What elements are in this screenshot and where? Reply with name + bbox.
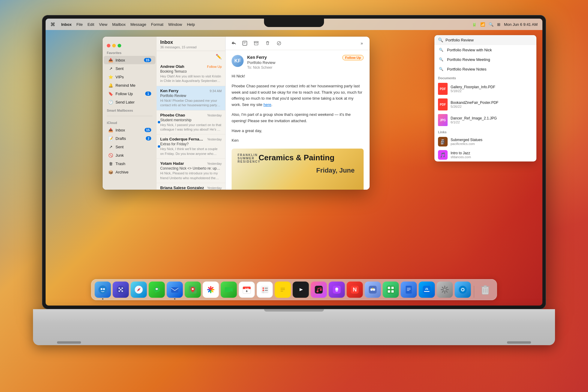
sidebar-icloud-junk[interactable]: 🚫 Junk bbox=[104, 151, 155, 159]
sidebar-icloud-trash[interactable]: 🗑 Trash bbox=[104, 159, 155, 168]
menu-format[interactable]: Format bbox=[151, 22, 164, 27]
control-center-icon[interactable]: ⊞ bbox=[497, 22, 500, 27]
dock-app-notes[interactable] bbox=[275, 282, 291, 298]
dock-app-photos[interactable] bbox=[203, 282, 219, 298]
dock-app-reminders[interactable] bbox=[257, 282, 273, 298]
mail-list: Inbox 36 messages, 15 unread ✏️ Andrew O… bbox=[157, 37, 226, 190]
svg-point-38 bbox=[262, 290, 264, 291]
mail-item-andrew[interactable]: Andrew Olah Follow Up Booking Temuco Hey… bbox=[157, 62, 225, 86]
dock-app-maps[interactable] bbox=[185, 282, 201, 298]
sidebar-icloud-sent-label: Sent bbox=[116, 145, 151, 149]
suggestion-text-2: Portfolio Review Meeting bbox=[447, 57, 533, 62]
compose-detail-icon[interactable] bbox=[241, 39, 249, 47]
menu-app-name[interactable]: Inbox bbox=[61, 22, 72, 27]
more-icon[interactable]: » bbox=[358, 39, 366, 47]
search-doc-3[interactable]: JPG Dancer_Ref_Image_2.1.JPG 6/1/22 bbox=[434, 112, 536, 128]
doc-name-3: Dancer_Ref_Image_2.1.JPG bbox=[451, 116, 533, 120]
sidebar-icloud-sent[interactable]: ↗ Sent bbox=[104, 143, 155, 151]
search-doc-1[interactable]: PDF Gallery_Floorplan_Info.PDF 5/18/22 bbox=[434, 81, 536, 97]
dock-app-sysprefs[interactable] bbox=[437, 282, 453, 298]
svg-point-17 bbox=[122, 288, 123, 289]
send-later-icon: 🕐 bbox=[108, 99, 113, 105]
mail-list-header: Inbox 36 messages, 15 unread bbox=[157, 37, 225, 51]
mail-sender-ken: Ken Ferry bbox=[160, 89, 208, 93]
sidebar-item-vips[interactable]: ⭐ VIPs bbox=[104, 73, 155, 81]
sidebar-item-sent-favorites[interactable]: ↗ Sent bbox=[104, 64, 155, 73]
sidebar-icloud-archive[interactable]: 📦 Archive bbox=[104, 168, 155, 176]
mail-item-ken[interactable]: Ken Ferry 9:34 AM Portfolio Review Hi Ni… bbox=[157, 86, 225, 110]
menu-file[interactable]: File bbox=[76, 22, 83, 27]
menu-mailbox[interactable]: Mailbox bbox=[112, 22, 126, 27]
search-menubar-icon[interactable]: 🔍 bbox=[489, 22, 494, 27]
svg-rect-63 bbox=[406, 286, 412, 294]
dock-app-sysprefs2[interactable] bbox=[455, 282, 471, 298]
sidebar-item-send-later[interactable]: 🕐 Send Later bbox=[104, 98, 155, 106]
screen-bezel: ⌘ Inbox File Edit View Mailbox Message F… bbox=[42, 15, 546, 309]
svg-point-51 bbox=[335, 288, 338, 291]
search-suggestion-3[interactable]: 🔍 Portfolio Review Notes bbox=[434, 64, 536, 74]
sidebar-item-remind-me[interactable]: 🔔 Remind Me bbox=[104, 81, 155, 89]
menu-help[interactable]: Help bbox=[187, 22, 195, 27]
dock-app-finder[interactable] bbox=[95, 282, 111, 298]
macbook-frame: ⌘ Inbox File Edit View Mailbox Message F… bbox=[42, 15, 546, 345]
mail-preview-andrew: Hey Olah! Are you still keen to visit Kr… bbox=[160, 74, 222, 83]
minimize-button[interactable] bbox=[112, 44, 116, 47]
search-link-1[interactable]: 🗿 Submerged Statues pacificrelics.com bbox=[434, 135, 536, 148]
mail-body-link[interactable]: here bbox=[263, 102, 271, 107]
dock-app-messages[interactable]: 💬 bbox=[149, 282, 165, 298]
dock-app-appstore[interactable] bbox=[419, 282, 435, 298]
mail-item-phoebe[interactable]: Phoebe Chao Yesterday Student mentorship… bbox=[157, 110, 225, 135]
search-suggestion-1[interactable]: 🔍 Portfolio Review with Nick bbox=[434, 45, 536, 55]
dock-app-numbers[interactable] bbox=[383, 282, 399, 298]
search-input[interactable]: Portfolio Review bbox=[446, 38, 533, 42]
icloud-archive-icon: 📦 bbox=[108, 169, 113, 175]
sidebar-item-inbox-favorites[interactable]: 📥 Inbox 15 bbox=[104, 56, 155, 64]
dock-app-calendar[interactable]: 6JUN bbox=[239, 282, 255, 298]
dock-app-music[interactable] bbox=[311, 282, 327, 298]
dock-app-arcade[interactable] bbox=[365, 282, 381, 298]
dock-app-launchpad[interactable] bbox=[113, 282, 129, 298]
mail-time-briana: Yesterday bbox=[207, 186, 222, 190]
mail-preview-luis: Hey Nick, I think we'll be short a coupl… bbox=[160, 147, 222, 156]
dock-app-tv[interactable] bbox=[293, 282, 309, 298]
sidebar-vips-label: VIPs bbox=[116, 75, 151, 79]
close-button[interactable] bbox=[107, 44, 110, 47]
menu-window[interactable]: Window bbox=[168, 22, 182, 27]
dock-app-trash[interactable] bbox=[477, 282, 494, 298]
traffic-lights bbox=[103, 41, 157, 49]
search-doc-2[interactable]: PDF BookandZineFair_Poster.PDF 5/26/22 bbox=[434, 97, 536, 112]
sidebar-item-follow-up[interactable]: 🔖 Follow Up 1 bbox=[104, 89, 155, 98]
dock-app-safari[interactable] bbox=[131, 282, 147, 298]
menu-message[interactable]: Message bbox=[130, 22, 146, 27]
menu-edit[interactable]: Edit bbox=[88, 22, 94, 27]
mail-item-luis[interactable]: Luis Coderque Fernandez Yesterday Extras… bbox=[157, 134, 225, 159]
dock-app-facetime[interactable] bbox=[221, 282, 237, 298]
junk-detail-icon[interactable] bbox=[275, 39, 283, 47]
detail-to: To: Nick Scheer bbox=[247, 65, 340, 70]
documents-section-header: Documents bbox=[434, 74, 536, 81]
dock-app-mail[interactable] bbox=[167, 282, 183, 298]
dock-app-news[interactable]: N bbox=[347, 282, 363, 298]
invitation-date: Friday, June bbox=[316, 167, 355, 174]
search-link-2[interactable]: 🎵 Intro to Jazz sfdances.com bbox=[434, 148, 536, 161]
sidebar-icloud-drafts[interactable]: 📝 Drafts 2 bbox=[104, 134, 155, 143]
apple-menu[interactable]: ⌘ bbox=[50, 22, 55, 27]
search-suggestion-2[interactable]: 🔍 Portfolio Review Meeting bbox=[434, 55, 536, 64]
mail-list-items: Andrew Olah Follow Up Booking Temuco Hey… bbox=[157, 62, 225, 190]
menubar-right: 🔋 📶 🔍 ⊞ Mon Jun 6 9:41 AM bbox=[472, 22, 538, 27]
reply-icon[interactable] bbox=[229, 39, 238, 47]
archive-detail-icon[interactable] bbox=[252, 39, 260, 47]
sidebar-icloud-inbox-label: Inbox bbox=[116, 128, 145, 132]
dock-app-podcasts[interactable] bbox=[329, 282, 345, 298]
menu-view[interactable]: View bbox=[99, 22, 107, 27]
delete-detail-icon[interactable] bbox=[263, 39, 272, 47]
dock-app-pages[interactable] bbox=[401, 282, 417, 298]
maximize-button[interactable] bbox=[118, 44, 121, 47]
compose-icon[interactable]: ✏️ bbox=[214, 52, 223, 61]
doc-date-2: 5/26/22 bbox=[451, 105, 533, 108]
mail-item-yotam[interactable]: Yotam Hadar Yesterday Connecting Nick <>… bbox=[157, 159, 225, 183]
mail-item-briana[interactable]: Briana Salese Gonzalez Yesterday Buongio… bbox=[157, 183, 225, 190]
sidebar-icloud-inbox[interactable]: 📥 Inbox 15 bbox=[104, 126, 155, 134]
svg-text:N: N bbox=[353, 287, 357, 293]
sender-avatar: KF bbox=[232, 55, 244, 67]
